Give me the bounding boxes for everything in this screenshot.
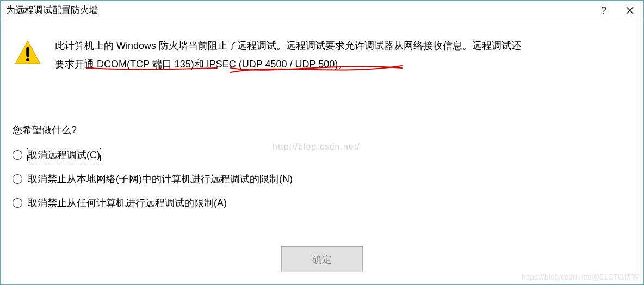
close-icon xyxy=(626,7,634,14)
msg-line2-a: 要求开通 xyxy=(55,59,97,70)
dialog-window: 为远程调试配置防火墙 ? 此计算机上的 Windows 防火墙当前 xyxy=(0,0,644,285)
window-title: 为远程调试配置防火墙 xyxy=(6,4,98,16)
radio-option-2[interactable]: 取消禁止从任何计算机进行远程调试的限制(A) xyxy=(13,196,631,209)
radio-label: 取消禁止从任何计算机进行远程调试的限制(A) xyxy=(28,196,227,209)
radio-group: 取消远程调试(C)取消禁止从本地网络(子网)中的计算机进行远程调试的限制(N)取… xyxy=(13,148,631,209)
watermark-center: http://blog.csdn.net/ xyxy=(273,142,360,152)
msg-line2-c: 和 xyxy=(194,59,207,70)
svg-point-1 xyxy=(26,58,29,61)
msg-line2-d: IPSEC (UDP 4500 / UDP 500) xyxy=(207,59,338,70)
help-button[interactable]: ? xyxy=(591,1,616,20)
warning-icon xyxy=(13,36,43,65)
button-row: 确定 xyxy=(1,246,643,272)
help-icon: ? xyxy=(601,5,606,16)
watermark-bottom-right: https://blog.csdn.net/@51CTO博客 xyxy=(522,272,639,282)
ok-button[interactable]: 确定 xyxy=(281,246,363,272)
titlebar: 为远程调试配置防火墙 ? xyxy=(1,1,643,20)
msg-line1: 此计算机上的 Windows 防火墙当前阻止了远程调试。远程调试要求允许调试器从… xyxy=(55,40,521,51)
radio-icon xyxy=(13,174,22,184)
dialog-content: 此计算机上的 Windows 防火墙当前阻止了远程调试。远程调试要求允许调试器从… xyxy=(1,20,643,230)
radio-label: 取消禁止从本地网络(子网)中的计算机进行远程调试的限制(N) xyxy=(28,172,293,185)
msg-line2-e: 。 xyxy=(338,59,348,70)
message-text: 此计算机上的 Windows 防火墙当前阻止了远程调试。远程调试要求允许调试器从… xyxy=(43,36,631,73)
radio-icon xyxy=(13,198,22,208)
msg-line2-b: DCOM(TCP 端口 135) xyxy=(97,59,194,70)
radio-label: 取消远程调试(C) xyxy=(28,148,100,162)
svg-rect-0 xyxy=(26,47,29,57)
close-button[interactable] xyxy=(616,1,643,20)
message-row: 此计算机上的 Windows 防火墙当前阻止了远程调试。远程调试要求允许调试器从… xyxy=(13,36,631,73)
titlebar-buttons: ? xyxy=(591,1,643,20)
radio-icon xyxy=(13,150,22,160)
ok-button-label: 确定 xyxy=(312,253,332,266)
radio-option-1[interactable]: 取消禁止从本地网络(子网)中的计算机进行远程调试的限制(N) xyxy=(13,172,631,185)
prompt-text: 您希望做什么? xyxy=(13,123,631,137)
